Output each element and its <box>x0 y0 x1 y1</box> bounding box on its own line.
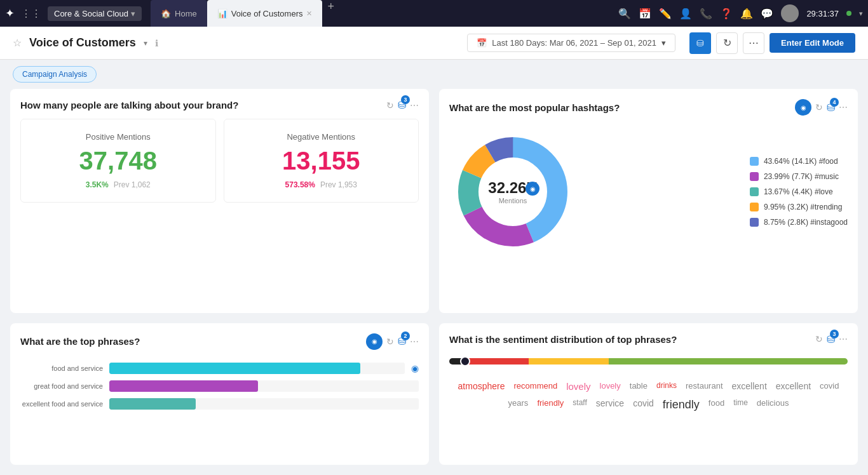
phone-icon[interactable]: 📞 <box>700 8 712 20</box>
hashtags-filter-badge: 4 <box>830 98 839 107</box>
donut-center-label: Mentions <box>488 197 537 204</box>
legend-dot-love <box>750 187 759 196</box>
bar-row-2: excellent food and service <box>20 398 419 410</box>
hashtags-card-actions: ◉ ↻ ⛁ 4 ⋯ <box>795 99 848 116</box>
help-icon[interactable]: ❓ <box>720 8 733 20</box>
tab-voice-of-customers[interactable]: 📊 Voice of Customers ✕ <box>207 0 323 27</box>
word-cloud-word[interactable]: table <box>627 380 650 393</box>
hashtags-pulse-button[interactable]: ◉ <box>795 99 811 116</box>
word-cloud-word[interactable]: time <box>731 397 750 413</box>
filter-tab-campaign-analysis[interactable]: Campaign Analysis <box>13 66 97 83</box>
word-cloud-word[interactable]: years <box>506 397 531 413</box>
hashtags-more-button[interactable]: ⋯ <box>839 102 848 112</box>
edit-icon[interactable]: ✏️ <box>659 8 672 20</box>
legend-label-love: 13.67% (4.4K) #love <box>764 187 833 196</box>
sentiment-card: What is the sentiment distribution of to… <box>439 323 858 465</box>
word-cloud-word[interactable]: excellent <box>773 380 813 393</box>
legend-label-music: 23.99% (7.7K) #music <box>764 172 839 181</box>
word-cloud-word[interactable]: delicious <box>754 397 792 413</box>
tab-home[interactable]: 🏠 Home <box>151 0 207 27</box>
word-cloud-word[interactable]: recommend <box>512 380 560 393</box>
hashtag-legend: 43.64% (14.1K) #food 23.99% (7.7K) #musi… <box>750 157 848 227</box>
sentiment-refresh-button[interactable]: ↻ <box>815 334 823 344</box>
phrases-more-button[interactable]: ⋯ <box>410 337 419 347</box>
logo-icon: ✦ <box>5 6 15 20</box>
bar-fill-2 <box>109 398 196 410</box>
mentions-refresh-button[interactable]: ↻ <box>386 100 394 110</box>
word-cloud-word[interactable]: drinks <box>654 380 679 393</box>
hashtags-card-header: What are the most popular hashtags? ◉ ↻ … <box>449 99 848 116</box>
enter-edit-mode-button[interactable]: Enter Edit Mode <box>770 33 855 53</box>
info-icon[interactable]: ℹ <box>155 38 158 48</box>
tab-close-icon[interactable]: ✕ <box>306 10 312 18</box>
negative-mentions-label: Negative Mentions <box>287 132 355 142</box>
star-button[interactable]: ☆ <box>13 37 22 49</box>
sentiment-card-title: What is the sentiment distribution of to… <box>449 334 815 345</box>
word-cloud-word[interactable]: friendly <box>660 397 702 413</box>
app-name[interactable]: Core & Social Cloud ▾ <box>48 6 142 21</box>
word-cloud-word[interactable]: covid <box>630 397 656 413</box>
word-cloud-word[interactable]: covid <box>817 380 841 393</box>
word-cloud-word[interactable]: friendly <box>534 397 566 413</box>
word-cloud-word[interactable]: lovely <box>564 380 593 393</box>
bar-label-0: food and service <box>20 365 103 372</box>
phrases-card-actions: ◉ ↻ ⛁ 2 ⋯ <box>366 333 419 350</box>
bar-fill-1 <box>109 380 258 392</box>
word-cloud-word[interactable]: staff <box>570 397 589 413</box>
ellipsis-icon: ⋯ <box>749 37 759 49</box>
legend-dot-food <box>750 157 759 166</box>
dropdown-arrow-icon[interactable]: ▾ <box>859 10 863 18</box>
tab-home-label: Home <box>175 9 197 18</box>
word-cloud: atmosphererecommendlovelylovelytabledrin… <box>449 375 848 413</box>
word-cloud-word[interactable]: restaurant <box>683 380 726 393</box>
word-cloud-word[interactable]: excellent <box>729 380 770 393</box>
header-actions: ⛁ ↻ ⋯ Enter Edit Mode <box>689 32 855 54</box>
app-name-label: Core & Social Cloud <box>54 9 128 18</box>
word-cloud-word[interactable]: service <box>593 397 627 413</box>
phrases-pulse-button[interactable]: ◉ <box>366 333 383 350</box>
search-icon[interactable]: 🔍 <box>618 8 631 20</box>
nav-right-actions: 🔍 📅 ✏️ 👤 📞 ❓ 🔔 💬 29:31:37 ▾ <box>618 4 863 22</box>
filter-icon: ⛁ <box>696 38 704 48</box>
mentions-card-header: How many people are talking about your b… <box>20 99 419 111</box>
grid-icon[interactable]: ⋮⋮ <box>21 8 41 20</box>
bar-info-icon-0[interactable]: ◉ <box>411 363 419 373</box>
negative-pct: 573.58% <box>285 180 315 189</box>
bar-track-0 <box>109 363 405 374</box>
donut-chart: 32.26K Mentions ◉ <box>449 128 576 255</box>
legend-item-food: 43.64% (14.1K) #food <box>750 157 848 166</box>
mentions-card: How many people are talking about your b… <box>10 89 429 313</box>
title-dropdown-icon[interactable]: ▾ <box>144 39 147 48</box>
negative-mentions-stats: 573.58% Prev 1,953 <box>285 180 357 189</box>
hashtags-content: 32.26K Mentions ◉ 43.64% (14.1K) #food 2… <box>449 123 848 260</box>
legend-dot-trending <box>750 203 759 211</box>
legend-item-instagood: 8.75% (2.8K) #instagood <box>750 218 848 227</box>
profile-icon[interactable]: 👤 <box>679 8 692 20</box>
phrases-refresh-button[interactable]: ↻ <box>386 337 394 347</box>
word-cloud-word[interactable]: atmosphere <box>456 380 508 393</box>
filter-button[interactable]: ⛁ <box>689 32 711 54</box>
more-options-button[interactable]: ⋯ <box>743 32 764 54</box>
bar-row-1: great food and service <box>20 380 419 392</box>
refresh-button[interactable]: ↻ <box>716 32 738 54</box>
word-cloud-word[interactable]: lovely <box>597 380 623 393</box>
date-range-picker[interactable]: 📅 Last 180 Days: Mar 06, 2021 – Sep 01, … <box>467 34 675 52</box>
add-tab-button[interactable]: + <box>322 0 339 27</box>
positive-mentions-value: 37,748 <box>79 147 157 175</box>
phrases-bar-chart: food and service ◉ great food and servic… <box>20 358 419 410</box>
calendar-small-icon: 📅 <box>477 38 487 48</box>
home-icon: 🏠 <box>161 9 171 18</box>
sentiment-more-button[interactable]: ⋯ <box>839 334 848 344</box>
mentions-more-button[interactable]: ⋯ <box>410 100 419 110</box>
word-cloud-word[interactable]: food <box>706 397 727 413</box>
positive-prev: Prev 1,062 <box>114 180 151 189</box>
calendar-icon[interactable]: 📅 <box>639 8 651 20</box>
message-icon[interactable]: 💬 <box>761 8 773 20</box>
slider-track[interactable] <box>449 358 848 365</box>
donut-tooltip-icon[interactable]: ◉ <box>526 182 539 196</box>
avatar[interactable] <box>781 4 799 22</box>
clock-display: 29:31:37 <box>806 9 839 18</box>
notification-icon[interactable]: 🔔 <box>740 8 753 20</box>
slider-thumb[interactable] <box>460 356 470 366</box>
hashtags-refresh-button[interactable]: ↻ <box>815 102 823 112</box>
